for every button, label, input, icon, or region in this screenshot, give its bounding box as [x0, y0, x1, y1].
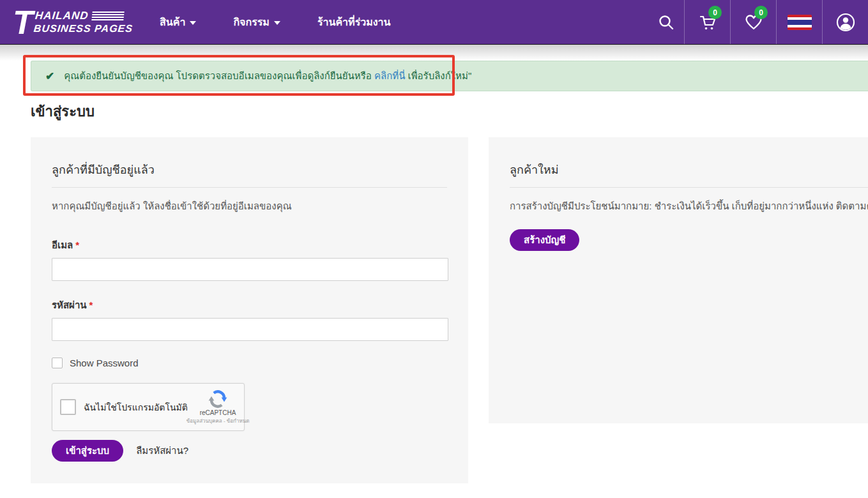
nav-item-partner-stores[interactable]: ร้านค้าที่ร่วมงาน [317, 14, 391, 30]
recaptcha-brand: reCAPTCHA ข้อมูลส่วนบุคคล - ข้อกำหนด [198, 389, 238, 425]
recaptcha-brand-name: reCAPTCHA [200, 409, 236, 416]
header-actions: 0 0 [648, 0, 868, 44]
nav-item-products[interactable]: สินค้า [160, 14, 196, 30]
email-label: อีเมล* [52, 238, 447, 253]
new-customer-heading: ลูกค้าใหม่ [510, 160, 868, 179]
nav-item-activities[interactable]: กิจกรรม [233, 14, 280, 30]
forgot-password-link[interactable]: ลืมรหัสผ่าน? [136, 443, 188, 458]
new-customer-panel: ลูกค้าใหม่ การสร้างบัญชีมีประโยชน์มากมาย… [489, 137, 868, 423]
chevron-down-icon [190, 21, 196, 25]
login-actions: เข้าสู่ระบบ ลืมรหัสผ่าน? [52, 440, 447, 462]
show-password-row: Show Password [52, 358, 447, 368]
language-button[interactable] [776, 0, 822, 44]
alert-message-before: คุณต้องยืนยันบัญชีของคุณ โปรดตรวจสอบอีเม… [64, 70, 372, 81]
show-password-label: Show Password [70, 358, 139, 368]
recaptcha-checkbox[interactable] [60, 399, 76, 415]
wishlist-count-badge: 0 [754, 6, 768, 19]
verification-alert: ✔ คุณต้องยืนยันบัญชีของคุณ โปรดตรวจสอบอี… [31, 61, 868, 91]
cart-button[interactable]: 0 [684, 0, 730, 44]
email-field[interactable] [52, 258, 448, 281]
logo-line1: HAILAND [34, 10, 89, 22]
login-panel: ลูกค้าที่มีบัญชีอยู่แล้ว หากคุณมีบัญชีอย… [31, 137, 468, 483]
resend-link[interactable]: คลิกที่นี่ [374, 70, 405, 81]
nav-item-label: สินค้า [160, 14, 185, 30]
header-shadow-strip [0, 45, 868, 61]
create-account-button[interactable]: สร้างบัญชี [510, 229, 579, 251]
divider [510, 187, 868, 188]
email-label-text: อีเมล [52, 239, 73, 250]
alert-message: คุณต้องยืนยันบัญชีของคุณ โปรดตรวจสอบอีเม… [64, 68, 471, 84]
password-field[interactable] [52, 318, 448, 341]
main-nav: สินค้า กิจกรรม ร้านค้าที่ร่วมงาน [160, 0, 390, 44]
recaptcha-widget: ฉันไม่ใช่โปรแกรมอัตโนมัติ reCAPTCHA ข้อม… [52, 383, 245, 431]
alert-region: ✔ คุณต้องยืนยันบัญชีของคุณ โปรดตรวจสอบอี… [0, 61, 868, 91]
show-password-checkbox[interactable] [52, 358, 63, 368]
password-label-text: รหัสผ่าน [52, 299, 87, 310]
logo-line2: BUSINESS PAGES [33, 23, 133, 34]
logo[interactable]: T HAILAND BUSINESS PAGES [0, 0, 141, 44]
account-icon [835, 12, 856, 33]
check-icon: ✔ [45, 70, 54, 83]
login-form: อีเมล* รหัสผ่าน* Show Password ฉันไม่ใช่… [52, 238, 447, 462]
login-panel-description: หากคุณมีบัญชีอยู่แล้ว ให้ลงชื่อเข้าใช้ด้… [52, 199, 447, 214]
account-button[interactable] [822, 0, 868, 44]
search-button[interactable] [648, 0, 684, 44]
divider [52, 187, 447, 188]
search-icon [658, 14, 674, 31]
new-customer-description: การสร้างบัญชีมีประโยชน์มากมาย: ชำระเงินไ… [510, 199, 868, 214]
logo-text: HAILAND BUSINESS PAGES [33, 10, 135, 34]
main-content: เข้าสู่ระบบ ลูกค้าที่มีบัญชีอยู่แล้ว หาก… [0, 91, 868, 483]
recaptcha-label: ฉันไม่ใช่โปรแกรมอัตโนมัติ [84, 400, 198, 414]
thailand-flag-icon [788, 15, 812, 30]
header: T HAILAND BUSINESS PAGES สินค้า กิจกรรม … [0, 0, 868, 45]
required-mark: * [89, 299, 93, 310]
logo-stripes-icon [91, 11, 124, 20]
required-mark: * [75, 239, 79, 250]
chevron-down-icon [274, 21, 280, 25]
nav-item-label: ร้านค้าที่ร่วมงาน [317, 14, 391, 30]
wishlist-button[interactable]: 0 [730, 0, 776, 44]
recaptcha-privacy-terms[interactable]: ข้อมูลส่วนบุคคล - ข้อกำหนด [187, 417, 250, 425]
login-button[interactable]: เข้าสู่ระบบ [52, 440, 123, 462]
page-title: เข้าสู่ระบบ [31, 100, 868, 123]
password-label: รหัสผ่าน* [52, 298, 447, 313]
nav-item-label: กิจกรรม [233, 14, 269, 30]
logo-t-mark: T [13, 8, 33, 37]
login-panel-heading: ลูกค้าที่มีบัญชีอยู่แล้ว [52, 160, 447, 179]
recaptcha-logo-icon [208, 389, 227, 409]
cart-count-badge: 0 [708, 6, 722, 19]
alert-message-after: เพื่อรับลิงก์ใหม่" [408, 70, 472, 81]
